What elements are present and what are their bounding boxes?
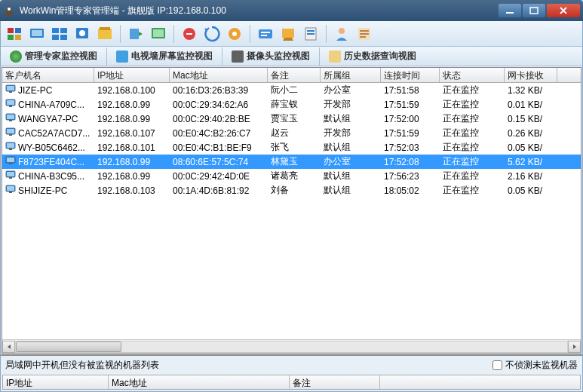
svg-rect-15 [98,29,112,39]
monitor-icon [5,127,16,139]
tool-5-icon[interactable] [96,25,114,43]
cell-rx: 1.32 KB/ [505,84,557,96]
svg-rect-10 [60,28,67,33]
cell-time: 17:56:23 [381,170,440,182]
tool-3-icon[interactable] [51,25,69,43]
cell-name: WANGYA7-PC [18,114,78,124]
cell-ip: 192.168.0.99 [94,99,170,111]
tab-tvwall-view[interactable]: 电视墙屏幕监控视图 [112,48,217,64]
cell-name: CHINA-A709C... [18,100,84,110]
main-toolbar [1,21,582,47]
svg-rect-47 [9,134,12,136]
tab-camera-view[interactable]: 摄像头监控视图 [227,48,315,64]
svg-rect-6 [15,35,21,40]
tool-6-icon[interactable] [127,25,145,43]
cell-note: 张飞 [268,140,321,155]
col-mac[interactable]: Mac地址 [170,68,268,82]
scroll-right-button[interactable] [568,341,581,353]
table-row[interactable]: JIZE-PC192.168.0.10000:16:D3:26:B3:39阮小二… [2,83,581,97]
col-clientname[interactable]: 客户机名 [2,68,94,82]
table-row[interactable]: WANGYA7-PC192.168.0.9900:0C:29:40:2B:BE贾… [2,112,581,126]
col-status[interactable]: 状态 [440,68,505,82]
table-row[interactable]: WY-B05C6462...192.168.0.10100:E0:4C:B1:B… [2,140,581,155]
cell-name: WY-B05C6462... [18,142,85,153]
minimize-button[interactable] [499,4,521,17]
tool-10-icon[interactable] [226,25,244,43]
tool-15-icon[interactable] [355,25,373,43]
cell-group: 办公室 [321,155,381,169]
app-icon [3,5,15,17]
tool-14-icon[interactable] [333,25,351,43]
tool-12-icon[interactable] [279,25,297,43]
tool-4-icon[interactable] [73,25,91,43]
cell-name: F8723FE404C... [18,157,84,167]
tool-8-icon[interactable] [180,25,198,43]
cell-time: 17:51:59 [381,99,440,111]
table-row[interactable]: SHIJIZE-PC192.168.0.10300:1A:4D:6B:81:92… [2,183,581,198]
cell-ip: 192.168.0.99 [94,156,170,168]
tool-13-icon[interactable] [302,25,320,43]
scroll-left-button[interactable] [2,341,15,353]
cell-mac: 00:0C:29:42:4D:0E [170,170,268,182]
bcol-mac[interactable]: Mac地址 [109,375,290,389]
svg-rect-27 [282,29,294,38]
cell-note: 阮小二 [268,83,321,97]
cell-note: 赵云 [268,126,321,140]
svg-rect-25 [261,32,270,33]
tab-history-view[interactable]: 历史数据查询视图 [324,48,421,64]
table-row[interactable]: CHINA-B3C95...192.168.0.9900:0C:29:42:4D… [2,169,581,183]
table-row[interactable]: CHINA-A709C...192.168.0.9900:0C:29:34:62… [2,97,581,112]
cell-status: 正在监控 [440,83,505,97]
svg-rect-8 [32,30,42,36]
svg-point-23 [232,32,237,36]
no-detect-checkbox[interactable]: 不侦测未监视机器 [492,359,578,372]
cell-rx: 0.05 KB/ [505,185,557,197]
tool-1-icon[interactable] [5,25,23,43]
svg-rect-55 [7,172,14,176]
tab-monitor-view[interactable]: 管理专家监控视图 [5,48,102,64]
col-ip[interactable]: IP地址 [94,68,170,82]
scroll-thumb[interactable] [16,341,121,352]
svg-rect-33 [360,30,369,32]
svg-rect-37 [7,86,14,90]
monitor-icon [5,185,16,196]
cell-status: 正在监控 [440,155,505,169]
tvwall-icon [116,51,128,63]
cell-status: 正在监控 [440,169,505,183]
client-grid: 客户机名 IP地址 Mac地址 备注 所属组 连接时间 状态 网卡接收 JIZE… [2,67,581,354]
cell-note: 刘备 [268,183,321,198]
cell-mac: 00:E0:4C:B1:BE:F9 [170,142,268,154]
svg-rect-34 [360,33,369,35]
svg-rect-9 [52,28,59,33]
svg-rect-5 [8,35,14,40]
bcol-note[interactable]: 备注 [290,375,380,389]
close-button[interactable] [547,4,580,17]
cell-rx: 0.01 KB/ [505,99,557,111]
tool-2-icon[interactable] [28,25,46,43]
h-scrollbar[interactable] [2,339,581,353]
maximize-button[interactable] [523,4,545,17]
svg-rect-35 [360,36,366,38]
table-row[interactable]: F8723FE404C...192.168.0.9908:60:6E:57:5C… [2,155,581,169]
col-rx[interactable]: 网卡接收 [505,68,557,82]
bottom-grid-header: IP地址 Mac地址 备注 [2,375,581,390]
col-note[interactable]: 备注 [268,68,321,82]
cell-mac: 00:E0:4C:B2:26:C7 [170,127,268,139]
svg-point-31 [339,28,345,34]
bcol-ip[interactable]: IP地址 [3,375,109,389]
svg-rect-11 [52,35,59,40]
tool-11-icon[interactable] [256,25,275,43]
cell-rx: 0.26 KB/ [505,127,557,139]
cell-status: 正在监控 [440,140,505,155]
cell-mac: 00:0C:29:40:2B:BE [170,113,268,125]
table-row[interactable]: CAC52A7ACD7...192.168.0.10700:E0:4C:B2:2… [2,126,581,140]
cell-ip: 192.168.0.103 [94,185,170,197]
tool-9-icon[interactable] [203,25,221,43]
cell-status: 正在监控 [440,183,505,198]
col-group[interactable]: 所属组 [321,68,381,82]
cell-group: 默认组 [321,112,381,126]
tool-7-icon[interactable] [149,25,167,43]
svg-rect-56 [9,177,12,179]
col-time[interactable]: 连接时间 [381,68,440,82]
svg-point-14 [79,30,85,36]
